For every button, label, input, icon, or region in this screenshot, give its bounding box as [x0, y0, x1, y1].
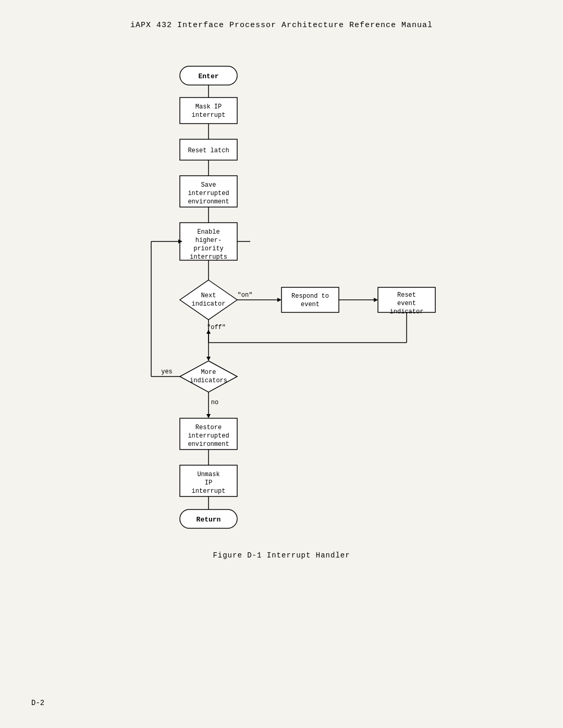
svg-marker-54 — [206, 414, 211, 418]
svg-text:environment: environment — [188, 198, 229, 205]
enter-label: Enter — [198, 72, 218, 80]
svg-rect-27 — [282, 287, 339, 312]
svg-text:Return: Return — [197, 516, 221, 524]
svg-text:Mask IP: Mask IP — [195, 103, 222, 111]
svg-text:priority: priority — [193, 245, 224, 252]
figure-caption: Figure D-1 Interrupt Handler — [31, 551, 532, 560]
svg-marker-44 — [180, 361, 237, 392]
svg-marker-31 — [374, 298, 378, 302]
page-title: iAPX 432 Interface Processor Architectur… — [31, 21, 532, 30]
svg-text:interrupt: interrupt — [192, 488, 226, 495]
svg-rect-2 — [180, 98, 237, 124]
svg-marker-43 — [206, 357, 211, 361]
svg-text:Reset latch: Reset latch — [188, 147, 229, 154]
svg-text:higher-: higher- — [195, 237, 222, 244]
svg-text:event: event — [397, 300, 416, 307]
svg-text:interrupted: interrupted — [188, 432, 229, 440]
svg-text:event: event — [301, 301, 320, 308]
svg-text:interrupt: interrupt — [192, 112, 226, 119]
svg-text:More: More — [201, 369, 216, 376]
svg-text:yes: yes — [161, 368, 173, 375]
svg-text:indicator: indicator — [192, 300, 226, 308]
page-number: D-2 — [31, 699, 44, 707]
svg-text:"off": "off" — [207, 324, 226, 331]
flowchart-container: Enter Mask IP interrupt Reset latch Save… — [31, 56, 532, 536]
svg-text:IP: IP — [205, 479, 212, 487]
svg-text:Unmask: Unmask — [197, 471, 219, 478]
svg-text:Restore: Restore — [195, 424, 222, 431]
svg-text:Save: Save — [201, 181, 216, 189]
svg-text:Reset: Reset — [397, 292, 416, 299]
flowchart-svg: Enter Mask IP interrupt Reset latch Save… — [99, 56, 464, 536]
svg-text:"on": "on" — [238, 292, 253, 299]
svg-text:Respond to: Respond to — [291, 293, 329, 300]
svg-text:interrupts: interrupts — [190, 253, 227, 261]
svg-marker-26 — [277, 298, 282, 302]
svg-text:Enable: Enable — [197, 228, 219, 236]
svg-text:interrupted: interrupted — [188, 190, 229, 197]
svg-text:Next: Next — [201, 292, 216, 299]
page: iAPX 432 Interface Processor Architectur… — [0, 0, 563, 728]
svg-text:indicators: indicators — [190, 377, 227, 384]
svg-text:environment: environment — [188, 441, 229, 448]
svg-marker-21 — [180, 280, 237, 320]
svg-text:no: no — [211, 399, 218, 406]
